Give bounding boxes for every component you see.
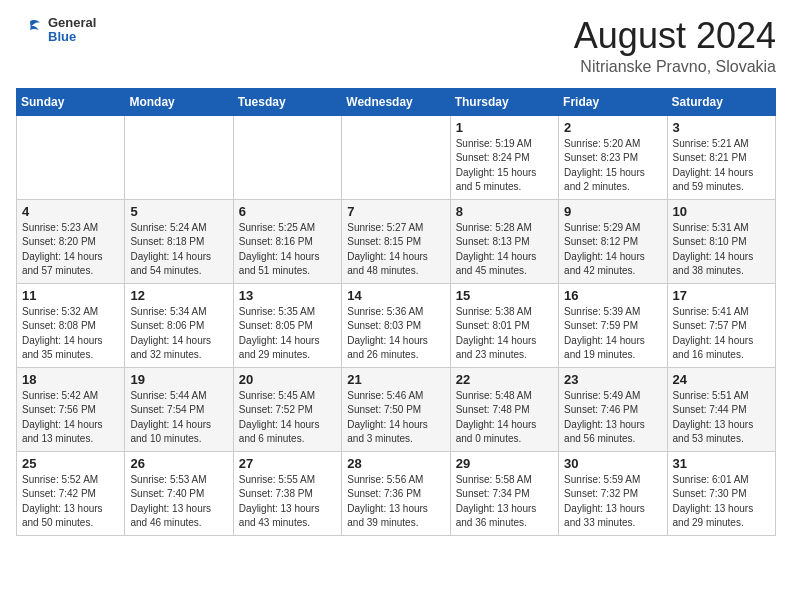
day-number: 10 bbox=[673, 204, 770, 219]
day-info: Sunrise: 5:56 AM Sunset: 7:36 PM Dayligh… bbox=[347, 473, 444, 531]
day-info: Sunrise: 5:34 AM Sunset: 8:06 PM Dayligh… bbox=[130, 305, 227, 363]
calendar-cell: 18Sunrise: 5:42 AM Sunset: 7:56 PM Dayli… bbox=[17, 367, 125, 451]
calendar-cell: 13Sunrise: 5:35 AM Sunset: 8:05 PM Dayli… bbox=[233, 283, 341, 367]
day-number: 27 bbox=[239, 456, 336, 471]
calendar-cell: 30Sunrise: 5:59 AM Sunset: 7:32 PM Dayli… bbox=[559, 451, 667, 535]
calendar-cell: 15Sunrise: 5:38 AM Sunset: 8:01 PM Dayli… bbox=[450, 283, 558, 367]
calendar-cell: 14Sunrise: 5:36 AM Sunset: 8:03 PM Dayli… bbox=[342, 283, 450, 367]
day-info: Sunrise: 5:41 AM Sunset: 7:57 PM Dayligh… bbox=[673, 305, 770, 363]
day-number: 23 bbox=[564, 372, 661, 387]
calendar-cell: 4Sunrise: 5:23 AM Sunset: 8:20 PM Daylig… bbox=[17, 199, 125, 283]
day-info: Sunrise: 5:32 AM Sunset: 8:08 PM Dayligh… bbox=[22, 305, 119, 363]
weekday-header-row: SundayMondayTuesdayWednesdayThursdayFrid… bbox=[17, 88, 776, 115]
day-info: Sunrise: 5:55 AM Sunset: 7:38 PM Dayligh… bbox=[239, 473, 336, 531]
calendar-cell: 6Sunrise: 5:25 AM Sunset: 8:16 PM Daylig… bbox=[233, 199, 341, 283]
day-info: Sunrise: 5:42 AM Sunset: 7:56 PM Dayligh… bbox=[22, 389, 119, 447]
day-info: Sunrise: 5:53 AM Sunset: 7:40 PM Dayligh… bbox=[130, 473, 227, 531]
day-info: Sunrise: 5:45 AM Sunset: 7:52 PM Dayligh… bbox=[239, 389, 336, 447]
day-info: Sunrise: 5:51 AM Sunset: 7:44 PM Dayligh… bbox=[673, 389, 770, 447]
logo-general: General bbox=[48, 16, 96, 30]
day-info: Sunrise: 5:52 AM Sunset: 7:42 PM Dayligh… bbox=[22, 473, 119, 531]
calendar-cell: 17Sunrise: 5:41 AM Sunset: 7:57 PM Dayli… bbox=[667, 283, 775, 367]
day-number: 20 bbox=[239, 372, 336, 387]
calendar-cell: 11Sunrise: 5:32 AM Sunset: 8:08 PM Dayli… bbox=[17, 283, 125, 367]
logo-bird-icon bbox=[16, 16, 44, 44]
day-info: Sunrise: 5:44 AM Sunset: 7:54 PM Dayligh… bbox=[130, 389, 227, 447]
calendar-cell: 26Sunrise: 5:53 AM Sunset: 7:40 PM Dayli… bbox=[125, 451, 233, 535]
day-number: 24 bbox=[673, 372, 770, 387]
day-number: 22 bbox=[456, 372, 553, 387]
day-info: Sunrise: 5:59 AM Sunset: 7:32 PM Dayligh… bbox=[564, 473, 661, 531]
day-number: 2 bbox=[564, 120, 661, 135]
calendar-cell: 28Sunrise: 5:56 AM Sunset: 7:36 PM Dayli… bbox=[342, 451, 450, 535]
calendar-cell: 8Sunrise: 5:28 AM Sunset: 8:13 PM Daylig… bbox=[450, 199, 558, 283]
month-year-title: August 2024 bbox=[574, 16, 776, 56]
calendar-cell bbox=[233, 115, 341, 199]
calendar-cell: 19Sunrise: 5:44 AM Sunset: 7:54 PM Dayli… bbox=[125, 367, 233, 451]
day-number: 7 bbox=[347, 204, 444, 219]
day-number: 25 bbox=[22, 456, 119, 471]
day-info: Sunrise: 5:25 AM Sunset: 8:16 PM Dayligh… bbox=[239, 221, 336, 279]
calendar-cell: 16Sunrise: 5:39 AM Sunset: 7:59 PM Dayli… bbox=[559, 283, 667, 367]
day-number: 9 bbox=[564, 204, 661, 219]
day-info: Sunrise: 5:24 AM Sunset: 8:18 PM Dayligh… bbox=[130, 221, 227, 279]
day-info: Sunrise: 5:20 AM Sunset: 8:23 PM Dayligh… bbox=[564, 137, 661, 195]
day-number: 13 bbox=[239, 288, 336, 303]
calendar-cell: 27Sunrise: 5:55 AM Sunset: 7:38 PM Dayli… bbox=[233, 451, 341, 535]
day-info: Sunrise: 5:23 AM Sunset: 8:20 PM Dayligh… bbox=[22, 221, 119, 279]
day-info: Sunrise: 5:48 AM Sunset: 7:48 PM Dayligh… bbox=[456, 389, 553, 447]
weekday-header-friday: Friday bbox=[559, 88, 667, 115]
day-info: Sunrise: 5:38 AM Sunset: 8:01 PM Dayligh… bbox=[456, 305, 553, 363]
calendar-cell: 7Sunrise: 5:27 AM Sunset: 8:15 PM Daylig… bbox=[342, 199, 450, 283]
day-info: Sunrise: 5:29 AM Sunset: 8:12 PM Dayligh… bbox=[564, 221, 661, 279]
day-number: 1 bbox=[456, 120, 553, 135]
calendar-cell: 12Sunrise: 5:34 AM Sunset: 8:06 PM Dayli… bbox=[125, 283, 233, 367]
weekday-header-monday: Monday bbox=[125, 88, 233, 115]
weekday-header-wednesday: Wednesday bbox=[342, 88, 450, 115]
calendar-body: 1Sunrise: 5:19 AM Sunset: 8:24 PM Daylig… bbox=[17, 115, 776, 535]
calendar-cell: 10Sunrise: 5:31 AM Sunset: 8:10 PM Dayli… bbox=[667, 199, 775, 283]
calendar-cell: 3Sunrise: 5:21 AM Sunset: 8:21 PM Daylig… bbox=[667, 115, 775, 199]
day-number: 31 bbox=[673, 456, 770, 471]
day-info: Sunrise: 6:01 AM Sunset: 7:30 PM Dayligh… bbox=[673, 473, 770, 531]
calendar-cell: 22Sunrise: 5:48 AM Sunset: 7:48 PM Dayli… bbox=[450, 367, 558, 451]
weekday-header-saturday: Saturday bbox=[667, 88, 775, 115]
logo: General Blue bbox=[16, 16, 96, 45]
day-number: 14 bbox=[347, 288, 444, 303]
page-header: General Blue August 2024 Nitrianske Prav… bbox=[16, 16, 776, 76]
day-info: Sunrise: 5:36 AM Sunset: 8:03 PM Dayligh… bbox=[347, 305, 444, 363]
day-number: 17 bbox=[673, 288, 770, 303]
calendar-cell: 24Sunrise: 5:51 AM Sunset: 7:44 PM Dayli… bbox=[667, 367, 775, 451]
calendar-cell: 5Sunrise: 5:24 AM Sunset: 8:18 PM Daylig… bbox=[125, 199, 233, 283]
title-block: August 2024 Nitrianske Pravno, Slovakia bbox=[574, 16, 776, 76]
location-subtitle: Nitrianske Pravno, Slovakia bbox=[574, 58, 776, 76]
day-number: 29 bbox=[456, 456, 553, 471]
day-info: Sunrise: 5:31 AM Sunset: 8:10 PM Dayligh… bbox=[673, 221, 770, 279]
day-number: 21 bbox=[347, 372, 444, 387]
day-info: Sunrise: 5:46 AM Sunset: 7:50 PM Dayligh… bbox=[347, 389, 444, 447]
day-number: 30 bbox=[564, 456, 661, 471]
calendar-cell: 25Sunrise: 5:52 AM Sunset: 7:42 PM Dayli… bbox=[17, 451, 125, 535]
calendar-cell bbox=[125, 115, 233, 199]
day-info: Sunrise: 5:19 AM Sunset: 8:24 PM Dayligh… bbox=[456, 137, 553, 195]
calendar-cell bbox=[342, 115, 450, 199]
day-number: 5 bbox=[130, 204, 227, 219]
day-number: 3 bbox=[673, 120, 770, 135]
calendar-cell: 31Sunrise: 6:01 AM Sunset: 7:30 PM Dayli… bbox=[667, 451, 775, 535]
logo-text: General Blue bbox=[48, 16, 96, 45]
day-info: Sunrise: 5:35 AM Sunset: 8:05 PM Dayligh… bbox=[239, 305, 336, 363]
day-number: 6 bbox=[239, 204, 336, 219]
calendar-cell: 29Sunrise: 5:58 AM Sunset: 7:34 PM Dayli… bbox=[450, 451, 558, 535]
calendar-cell: 23Sunrise: 5:49 AM Sunset: 7:46 PM Dayli… bbox=[559, 367, 667, 451]
weekday-header-thursday: Thursday bbox=[450, 88, 558, 115]
weekday-header-tuesday: Tuesday bbox=[233, 88, 341, 115]
day-info: Sunrise: 5:39 AM Sunset: 7:59 PM Dayligh… bbox=[564, 305, 661, 363]
day-number: 11 bbox=[22, 288, 119, 303]
day-number: 16 bbox=[564, 288, 661, 303]
day-number: 12 bbox=[130, 288, 227, 303]
day-number: 8 bbox=[456, 204, 553, 219]
week-row-2: 4Sunrise: 5:23 AM Sunset: 8:20 PM Daylig… bbox=[17, 199, 776, 283]
week-row-1: 1Sunrise: 5:19 AM Sunset: 8:24 PM Daylig… bbox=[17, 115, 776, 199]
week-row-3: 11Sunrise: 5:32 AM Sunset: 8:08 PM Dayli… bbox=[17, 283, 776, 367]
calendar-table: SundayMondayTuesdayWednesdayThursdayFrid… bbox=[16, 88, 776, 536]
